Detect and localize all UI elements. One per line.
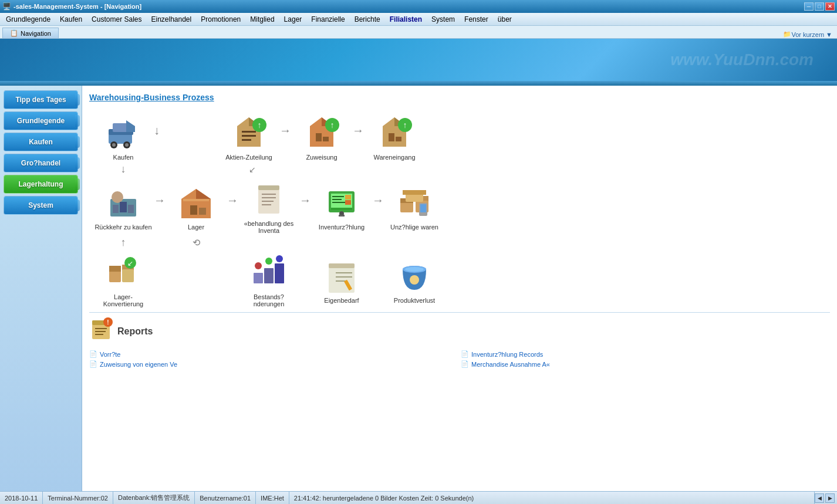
menu-einzelhandel[interactable]: Einzelhandel: [146, 14, 196, 25]
svg-rect-54: [400, 202, 413, 212]
wareneingang-icon: ↑: [374, 111, 415, 153]
svg-rect-35: [190, 205, 197, 215]
flow-inventur[interactable]: Inventurz?hlung: [312, 181, 371, 231]
svg-rect-50: [332, 199, 342, 200]
header-banner: www.YuuDnn.com: [0, 39, 837, 86]
menu-system[interactable]: System: [427, 14, 460, 25]
flow-rueckkehr[interactable]: Rückkehr zu kaufen: [94, 181, 153, 231]
svg-rect-46: [331, 208, 352, 210]
flow-bestand[interactable]: Bestands?nderungen: [239, 251, 298, 307]
flow-eigenbedarf[interactable]: Eigenbedarf: [312, 255, 371, 304]
status-message: 21:41:42: heruntergeladene 0 Bilder Kost…: [289, 492, 815, 504]
sidebar-btn-system[interactable]: System: [4, 196, 78, 215]
report-link-2[interactable]: 📄 Inventurz?hlung Records: [461, 350, 830, 358]
svg-rect-42: [262, 201, 274, 202]
svg-text:↙: ↙: [127, 259, 133, 268]
minimize-button[interactable]: ─: [804, 2, 814, 11]
menu-grundlegende[interactable]: Grundlegende: [1, 14, 55, 25]
arrow-6: →: [299, 194, 311, 207]
svg-rect-51: [332, 202, 345, 203]
svg-rect-37: [183, 199, 209, 201]
menu-mitglied[interactable]: Mitglied: [245, 14, 279, 25]
status-ime: IME:Het: [256, 492, 289, 504]
rueckkehr-icon: [103, 181, 144, 222]
menu-lager[interactable]: Lager: [279, 14, 307, 25]
content-area: Warehousing-Business Prozess: [82, 86, 837, 491]
sidebar-btn-tipp[interactable]: Tipp des Tages: [4, 90, 78, 109]
report-link-3[interactable]: 📄 Zuweisung von eigenen Ve: [89, 360, 458, 368]
status-btn-1[interactable]: ◀: [815, 493, 824, 503]
svg-rect-24: [396, 137, 401, 141]
zuweisung-icon: ↑: [301, 111, 342, 153]
sidebar-btn-kaufen[interactable]: Kaufen: [4, 133, 78, 151]
status-bar: 2018-10-11 Terminal-Nummer:02 Datenbank:…: [0, 491, 837, 504]
svg-rect-70: [275, 263, 284, 283]
arrow-3: →: [352, 124, 364, 137]
reports-grid: 📄 Vorr?te 📄 Inventurz?hlung Records 📄 Zu…: [89, 350, 830, 368]
status-btn-2[interactable]: ▶: [825, 493, 835, 503]
flow-row-1: Kaufen ↓ ↑: [94, 111, 825, 161]
produktverlust-icon: [394, 255, 435, 296]
report-link-1[interactable]: 📄 Vorr?te: [89, 350, 458, 358]
svg-rect-87: [95, 331, 106, 332]
flow-lager[interactable]: Lager: [167, 181, 225, 231]
doc-icon-4: 📄: [461, 360, 469, 368]
flow-zuweisung[interactable]: ↑ Zuweisung: [292, 111, 351, 161]
reports-section: ! Reports 📄 Vorr?te 📄 Inventurz?hlung Re…: [89, 312, 830, 368]
flow-aktien[interactable]: ↑ Aktien-Zuteilung: [220, 111, 278, 161]
menu-finanzielle[interactable]: Finanzielle: [306, 14, 349, 25]
svg-rect-53: [345, 200, 351, 205]
menu-fenster[interactable]: Fenster: [460, 14, 493, 25]
svg-rect-11: [242, 135, 256, 137]
svg-text:↑: ↑: [330, 120, 335, 130]
flow-kaufen[interactable]: Kaufen: [94, 111, 153, 161]
recent-dropdown[interactable]: 📁 Vor kurzem ▼: [783, 31, 837, 38]
menu-berichte[interactable]: Berichte: [350, 14, 385, 25]
menu-customer-sales[interactable]: Customer Sales: [87, 14, 146, 25]
report-link-4[interactable]: 📄 Merchandise Ausnahme A«: [461, 360, 830, 368]
title-bar-left: 🖥️ -sales-Management-System - [Navigatio…: [2, 2, 141, 11]
main-layout: Tipp des Tages Grundlegende Kaufen Gro?h…: [0, 86, 837, 491]
arrow-4: →: [154, 194, 166, 207]
svg-point-73: [276, 255, 283, 262]
svg-marker-7: [126, 120, 135, 132]
status-terminal: Terminal-Nummer:02: [43, 492, 113, 504]
svg-rect-43: [262, 204, 271, 205]
close-button[interactable]: ✕: [825, 2, 835, 11]
menu-filialisten[interactable]: Filialisten: [385, 14, 427, 25]
flow-wareneingang[interactable]: ↑ Wareneingang: [365, 111, 424, 161]
sidebar-btn-lagerhaltung[interactable]: Lagerhaltung: [4, 175, 78, 194]
reports-header: ! Reports: [89, 317, 830, 346]
svg-rect-40: [262, 194, 276, 195]
navigation-tab[interactable]: 📋 Navigation: [2, 28, 59, 38]
inventur-label: Inventurz?hlung: [319, 224, 365, 231]
svg-point-72: [265, 258, 272, 265]
flow-unzaehlige[interactable]: Unz?hlige waren: [385, 181, 444, 231]
flow-lager-konvertierung[interactable]: ↙ Lager-Konvertierung: [94, 251, 153, 307]
flow-produktverlust[interactable]: Produktverlust: [385, 255, 444, 304]
arrow-down-rueckkehr: ↑: [94, 236, 153, 249]
status-date: 2018-10-11: [0, 492, 43, 504]
svg-rect-61: [420, 204, 426, 212]
svg-text:↑: ↑: [403, 120, 407, 130]
lager-konvertierung-label: Lager-Konvertierung: [94, 293, 153, 307]
svg-text:!: !: [107, 319, 109, 326]
svg-rect-63: [109, 266, 121, 272]
flow-row-2: Rückkehr zu kaufen → Lager: [94, 178, 825, 234]
sidebar-btn-grosshandel[interactable]: Gro?handel: [4, 154, 78, 172]
inventur-icon: [321, 181, 362, 222]
svg-rect-86: [95, 328, 107, 329]
behandlung-icon: [248, 178, 289, 219]
flow-row-1-container: Kaufen ↓ ↑: [89, 111, 830, 307]
svg-marker-34: [196, 189, 211, 199]
flow-behandlung[interactable]: «behandlung des Inventa: [239, 178, 298, 234]
sidebar: Tipp des Tages Grundlegende Kaufen Gro?h…: [0, 86, 82, 491]
menu-promotionen[interactable]: Promotionen: [196, 14, 245, 25]
menu-ueber[interactable]: über: [493, 14, 517, 25]
menu-kaufen[interactable]: Kaufen: [55, 14, 87, 25]
sidebar-btn-grundlegende[interactable]: Grundlegende: [4, 111, 78, 130]
title-bar-controls: ─ □ ✕: [804, 2, 835, 11]
status-database: Datenbank:销售管理系统: [113, 492, 195, 504]
svg-rect-69: [264, 268, 274, 283]
maximize-button[interactable]: □: [815, 2, 824, 11]
